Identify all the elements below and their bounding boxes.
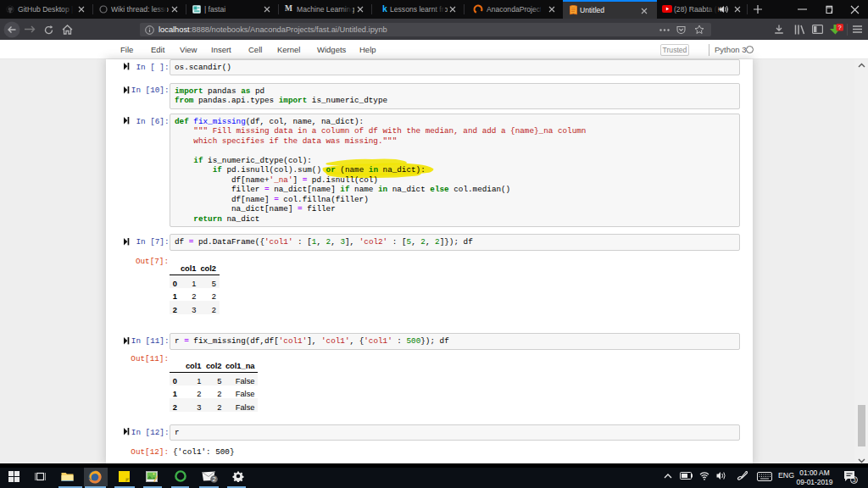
- svg-text:3: 3: [852, 476, 855, 484]
- svg-text:?: ?: [838, 24, 842, 31]
- svg-text:2: 2: [212, 475, 215, 483]
